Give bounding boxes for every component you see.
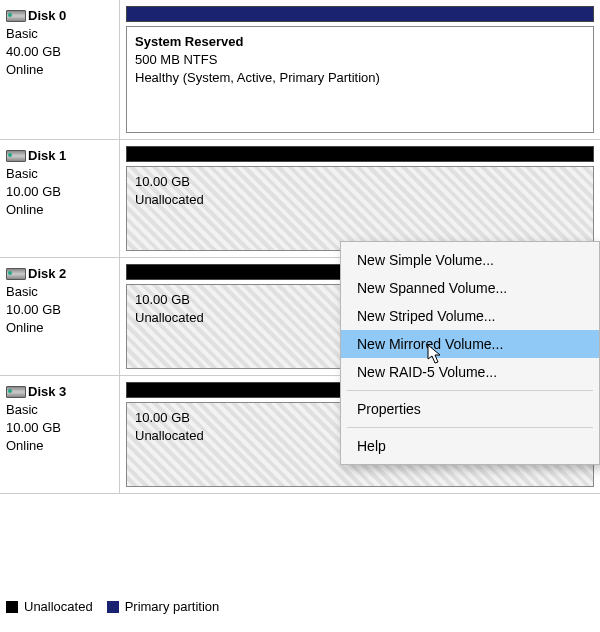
legend-swatch-primary <box>107 601 119 613</box>
volume-title: System Reserved <box>135 33 585 51</box>
disk-icon <box>6 386 24 398</box>
menu-separator <box>347 427 593 428</box>
legend-item-primary: Primary partition <box>107 599 220 614</box>
disk-icon <box>6 150 24 162</box>
disk-name: Disk 3 <box>28 384 66 399</box>
volume-body[interactable]: System Reserved 500 MB NTFS Healthy (Sys… <box>126 26 594 133</box>
disk-size: 40.00 GB <box>6 43 113 61</box>
menu-separator <box>347 390 593 391</box>
legend-label: Unallocated <box>24 599 93 614</box>
disk-name: Disk 1 <box>28 148 66 163</box>
legend-item-unallocated: Unallocated <box>6 599 93 614</box>
disk-type: Basic <box>6 401 113 419</box>
disk-status: Online <box>6 319 113 337</box>
disk-size: 10.00 GB <box>6 301 113 319</box>
volume-cell[interactable]: System Reserved 500 MB NTFS Healthy (Sys… <box>120 0 600 139</box>
disk-info[interactable]: Disk 1 Basic 10.00 GB Online <box>0 140 120 257</box>
disk-name: Disk 0 <box>28 8 66 23</box>
menu-item-new-spanned-volume[interactable]: New Spanned Volume... <box>341 274 599 302</box>
volume-type-bar <box>126 146 594 162</box>
menu-item-new-mirrored-volume[interactable]: New Mirrored Volume... <box>341 330 599 358</box>
volume-cell[interactable]: 10.00 GB Unallocated <box>120 140 600 257</box>
disk-status: Online <box>6 437 113 455</box>
legend: Unallocated Primary partition <box>6 599 219 614</box>
menu-item-new-simple-volume[interactable]: New Simple Volume... <box>341 246 599 274</box>
volume-type-bar <box>126 6 594 22</box>
disk-icon <box>6 10 24 22</box>
disk-status: Online <box>6 201 113 219</box>
legend-swatch-black <box>6 601 18 613</box>
disk-name: Disk 2 <box>28 266 66 281</box>
disk-info[interactable]: Disk 3 Basic 10.00 GB Online <box>0 376 120 493</box>
menu-item-new-raid5-volume[interactable]: New RAID-5 Volume... <box>341 358 599 386</box>
disk-icon <box>6 268 24 280</box>
volume-line: Healthy (System, Active, Primary Partiti… <box>135 69 585 87</box>
disk-info[interactable]: Disk 2 Basic 10.00 GB Online <box>0 258 120 375</box>
volume-body[interactable]: 10.00 GB Unallocated <box>126 166 594 251</box>
disk-info[interactable]: Disk 0 Basic 40.00 GB Online <box>0 0 120 139</box>
volume-line: 10.00 GB <box>135 173 585 191</box>
menu-item-properties[interactable]: Properties <box>341 395 599 423</box>
disk-type: Basic <box>6 25 113 43</box>
disk-type: Basic <box>6 283 113 301</box>
disk-status: Online <box>6 61 113 79</box>
legend-label: Primary partition <box>125 599 220 614</box>
disk-type: Basic <box>6 165 113 183</box>
menu-item-help[interactable]: Help <box>341 432 599 460</box>
volume-line: Unallocated <box>135 191 585 209</box>
disk-row: Disk 0 Basic 40.00 GB Online System Rese… <box>0 0 600 140</box>
volume-line: 500 MB NTFS <box>135 51 585 69</box>
context-menu: New Simple Volume... New Spanned Volume.… <box>340 241 600 465</box>
disk-size: 10.00 GB <box>6 419 113 437</box>
disk-size: 10.00 GB <box>6 183 113 201</box>
menu-item-new-striped-volume[interactable]: New Striped Volume... <box>341 302 599 330</box>
